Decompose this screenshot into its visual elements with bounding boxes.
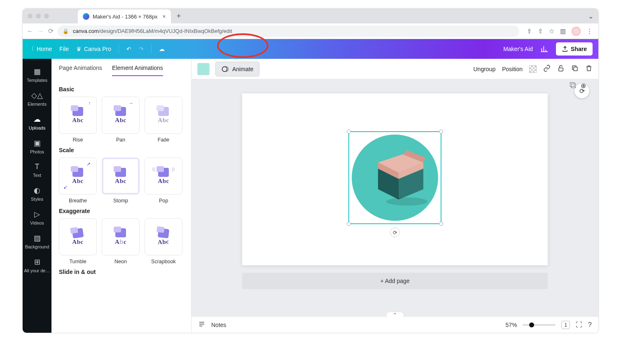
sidepanel-icon[interactable]: ▥ bbox=[560, 28, 566, 35]
new-tab-button[interactable]: + bbox=[177, 12, 181, 21]
zoom-percentage[interactable]: 57% bbox=[505, 322, 517, 328]
add-page-icon[interactable]: ⊕ bbox=[581, 82, 586, 90]
browser-right-icons: ⇪ ⇧ ☆ ▥ ⋮ bbox=[527, 27, 593, 36]
canva-favicon bbox=[83, 13, 89, 20]
back-icon[interactable]: ← bbox=[27, 28, 33, 35]
rail-photos[interactable]: ▣Photos bbox=[23, 134, 51, 158]
rotate-handle[interactable]: ⟳ bbox=[390, 227, 400, 237]
project-name[interactable]: Maker's Aid bbox=[503, 46, 533, 52]
templates-icon: ▦ bbox=[34, 67, 41, 76]
svg-rect-2 bbox=[574, 67, 577, 71]
tab-overflow-icon[interactable]: ⌄ bbox=[588, 12, 593, 20]
animate-button[interactable]: Animate bbox=[215, 62, 259, 77]
fullscreen-icon[interactable]: ⛶ bbox=[576, 321, 582, 329]
lock-icon[interactable] bbox=[557, 65, 565, 74]
forward-icon: → bbox=[37, 28, 44, 35]
elements-icon: ◇△ bbox=[31, 91, 43, 100]
canva-pro-button[interactable]: ♛Canva Pro bbox=[76, 46, 111, 52]
kebab-menu-icon[interactable]: ⋮ bbox=[586, 28, 593, 35]
anim-pop[interactable]: (())Abc bbox=[145, 158, 182, 195]
notes-label[interactable]: Notes bbox=[211, 322, 226, 328]
rail-videos[interactable]: ▷Videos bbox=[23, 206, 51, 230]
duplicate-icon[interactable] bbox=[571, 65, 579, 74]
section-slide: Slide in & out bbox=[59, 269, 184, 275]
anim-stomp[interactable]: Abc bbox=[102, 158, 140, 195]
notes-icon[interactable] bbox=[198, 320, 205, 329]
svg-point-0 bbox=[222, 67, 227, 72]
link-icon[interactable] bbox=[543, 65, 551, 74]
svg-point-9 bbox=[386, 197, 427, 206]
anim-tumble[interactable]: Abc bbox=[59, 218, 97, 255]
share-url-icon[interactable]: ⇧ bbox=[538, 28, 543, 35]
photos-icon: ▣ bbox=[34, 139, 41, 148]
uploads-icon: ☁ bbox=[33, 115, 41, 124]
box-image bbox=[370, 142, 427, 208]
trash-icon[interactable] bbox=[585, 65, 593, 74]
animations-tabs: Page Animations Element Animations bbox=[51, 59, 191, 76]
right-arrow-icon: → bbox=[128, 100, 133, 106]
collapse-panel-tab[interactable]: ⌃ bbox=[386, 312, 404, 318]
animations-list: Basic ↑AbcRise →AbcPan AbcFade Scale ↗↙A… bbox=[51, 76, 191, 279]
lock-icon: 🔒 bbox=[63, 28, 69, 34]
separator bbox=[119, 44, 119, 54]
animations-panel: Page Animations Element Animations Basic… bbox=[51, 59, 191, 333]
url: canva.com/design/DAE9fH56LaM/m4qVUJQd-IN… bbox=[73, 28, 232, 34]
rail-templates[interactable]: ▦Templates bbox=[23, 63, 51, 87]
close-tab-icon[interactable]: × bbox=[163, 13, 166, 20]
transparency-icon[interactable] bbox=[529, 65, 537, 73]
anim-rise[interactable]: ↑Abc bbox=[59, 97, 97, 134]
anim-fade[interactable]: Abc bbox=[145, 97, 182, 134]
page-count[interactable]: 1 bbox=[561, 321, 570, 329]
anim-scrapbook[interactable]: Abc bbox=[145, 218, 182, 255]
selection-box[interactable]: ⟳ bbox=[348, 131, 441, 224]
crown-icon: ♛ bbox=[76, 46, 82, 52]
insights-icon[interactable] bbox=[540, 45, 549, 53]
profile-avatar[interactable] bbox=[572, 27, 581, 36]
page-toolbar: ⿻ ⊕ bbox=[570, 82, 586, 90]
chevron-left-icon: 〈 bbox=[28, 45, 34, 53]
videos-icon: ▷ bbox=[34, 210, 40, 219]
ungroup-button[interactable]: Ungroup bbox=[473, 66, 495, 72]
browser-window: Maker's Aid - 1366 × 768px × + ⌄ ← → ⟳ 🔒… bbox=[22, 8, 599, 333]
anim-breathe[interactable]: ↗↙Abc bbox=[59, 158, 97, 195]
reload-icon[interactable]: ⟳ bbox=[48, 27, 54, 35]
bookmark-icon[interactable]: ☆ bbox=[549, 28, 554, 35]
rail-uploads[interactable]: ☁Uploads bbox=[23, 111, 51, 134]
share-button[interactable]: Share bbox=[556, 42, 593, 56]
help-icon[interactable]: ? bbox=[588, 321, 592, 329]
section-exaggerate: Exaggerate bbox=[59, 208, 184, 214]
browser-toolbar: ← → ⟳ 🔒 canva.com/design/DAE9fH56LaM/m4q… bbox=[23, 23, 598, 39]
position-button[interactable]: Position bbox=[502, 66, 523, 72]
svg-rect-1 bbox=[559, 68, 563, 71]
browser-tab[interactable]: Maker's Aid - 1366 × 768px × bbox=[78, 9, 171, 23]
text-icon: T bbox=[35, 162, 40, 171]
cloud-sync-icon[interactable]: ☁ bbox=[159, 46, 165, 52]
zoom-slider[interactable] bbox=[523, 324, 556, 326]
anim-neon[interactable]: Abc bbox=[102, 218, 140, 255]
rail-elements[interactable]: ◇△Elements bbox=[23, 87, 51, 111]
rail-styles[interactable]: ◐Styles bbox=[23, 182, 51, 206]
color-swatch[interactable] bbox=[197, 63, 210, 75]
tab-element-animations[interactable]: Element Animations bbox=[112, 65, 163, 76]
page-viewport[interactable]: ⟳ ⿻ ⊕ bbox=[191, 79, 598, 316]
canva-topbar: 〈Home File ♛Canva Pro ↶ ↷ ☁ Maker's Aid … bbox=[23, 39, 598, 59]
context-toolbar: Animate Ungroup Position bbox=[191, 59, 598, 79]
add-page-button[interactable]: + Add page bbox=[242, 273, 548, 289]
rail-background[interactable]: ▨Background bbox=[23, 230, 51, 253]
tab-title: Maker's Aid - 1366 × 768px bbox=[93, 14, 158, 20]
home-button[interactable]: 〈Home bbox=[28, 45, 52, 53]
macos-titlebar: Maker's Aid - 1366 × 768px × + ⌄ bbox=[23, 9, 598, 23]
nav-rail: ▦Templates ◇△Elements ☁Uploads ▣Photos T… bbox=[23, 59, 51, 333]
anim-pan[interactable]: →Abc bbox=[102, 97, 140, 134]
duplicate-page-icon[interactable]: ⿻ bbox=[570, 82, 577, 90]
address-bar[interactable]: 🔒 canva.com/design/DAE9fH56LaM/m4qVUJQd-… bbox=[58, 26, 519, 37]
file-menu[interactable]: File bbox=[59, 46, 69, 52]
separator bbox=[151, 44, 152, 54]
traffic-lights[interactable] bbox=[28, 14, 49, 19]
design-page[interactable]: ⟳ bbox=[242, 93, 548, 265]
install-icon[interactable]: ⇪ bbox=[527, 28, 532, 35]
rail-all-designs[interactable]: ⊞All your de… bbox=[23, 253, 51, 277]
rail-text[interactable]: TText bbox=[23, 158, 51, 182]
undo-button[interactable]: ↶ bbox=[126, 46, 131, 52]
tab-page-animations[interactable]: Page Animations bbox=[59, 65, 102, 76]
